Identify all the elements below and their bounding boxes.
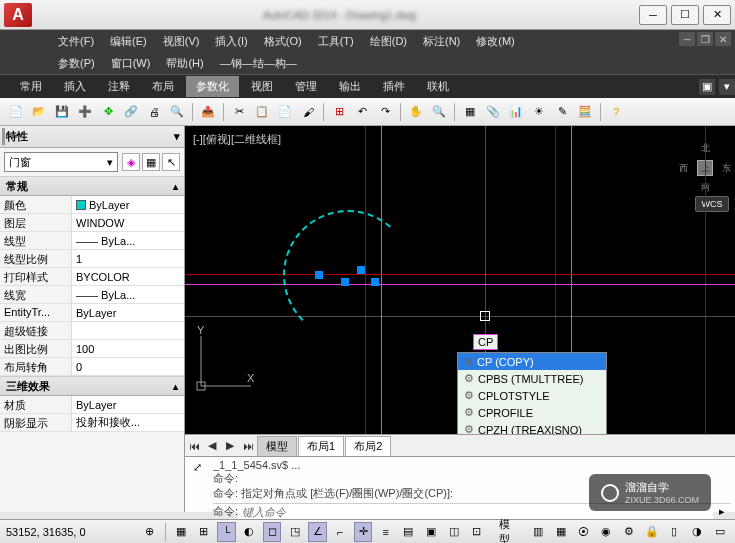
category-general[interactable]: 常规▴ (0, 176, 184, 196)
pan-icon[interactable]: ✋ (406, 102, 426, 122)
autocomplete-item[interactable]: ⚙CPZH (TREAXISNO) (458, 421, 606, 434)
3dosnap-icon[interactable]: ◳ (285, 522, 304, 542)
menu-format[interactable]: 格式(O) (256, 34, 310, 49)
menu-view[interactable]: 视图(V) (155, 34, 208, 49)
isolate-icon[interactable]: ◑ (688, 522, 707, 542)
tab-layout1[interactable]: 布局1 (298, 436, 344, 456)
close-button[interactable]: ✕ (703, 5, 731, 25)
paste-icon[interactable]: 📄 (275, 102, 295, 122)
model-button[interactable]: 模型 (494, 522, 524, 542)
polar-icon[interactable]: ◐ (240, 522, 259, 542)
tab-last-icon[interactable]: ⏭ (239, 437, 257, 455)
publish-icon[interactable]: 📤 (198, 102, 218, 122)
menu-dimension[interactable]: 标注(N) (415, 34, 468, 49)
status-coords[interactable]: 53152, 31635, 0 (6, 526, 136, 538)
autocomplete-item[interactable]: ⊕CP (COPY) (458, 353, 606, 370)
clean-screen-icon[interactable]: ▭ (710, 522, 729, 542)
ortho-icon[interactable]: └ (217, 522, 236, 542)
calc-icon[interactable]: 🧮 (575, 102, 595, 122)
object-type-dropdown[interactable]: 门窗▾ (4, 152, 118, 172)
menu-edit[interactable]: 编辑(E) (102, 34, 155, 49)
cut-icon[interactable]: ✂ (229, 102, 249, 122)
plus-icon[interactable]: ➕ (75, 102, 95, 122)
property-row[interactable]: 线型—— ByLa... (0, 232, 184, 250)
drawing-canvas[interactable]: [-][俯视][二维线框] 北 南 东 西 上 WCS (185, 126, 735, 434)
minimize-button[interactable]: ─ (639, 5, 667, 25)
menu-insert[interactable]: 插入(I) (207, 34, 255, 49)
property-row[interactable]: 图层WINDOW (0, 214, 184, 232)
tab-layout[interactable]: 布局 (142, 76, 184, 97)
property-row[interactable]: 线型比例1 (0, 250, 184, 268)
tab-home[interactable]: 常用 (10, 76, 52, 97)
property-row[interactable]: 颜色ByLayer (0, 196, 184, 214)
tab-view[interactable]: 视图 (241, 76, 283, 97)
ribbon-dropdown[interactable]: ▾ (719, 79, 735, 95)
tab-plugins[interactable]: 插件 (373, 76, 415, 97)
property-row[interactable]: 材质ByLayer (0, 396, 184, 414)
props-icon[interactable]: 📊 (506, 102, 526, 122)
tab-online[interactable]: 联机 (417, 76, 459, 97)
save-icon[interactable]: 💾 (52, 102, 72, 122)
lwt-icon[interactable]: ≡ (376, 522, 395, 542)
menu-tools[interactable]: 工具(T) (310, 34, 362, 49)
property-row[interactable]: 线宽—— ByLa... (0, 286, 184, 304)
menu-modify[interactable]: 修改(M) (468, 34, 523, 49)
markup-icon[interactable]: ✎ (552, 102, 572, 122)
palette-close-icon[interactable]: ▾ (174, 130, 180, 143)
tab-model[interactable]: 模型 (257, 436, 297, 456)
menu-window[interactable]: 窗口(W) (103, 56, 159, 71)
quick-view-dwgs-icon[interactable]: ▦ (551, 522, 570, 542)
quick-select-icon[interactable]: ◈ (122, 153, 140, 171)
snap-icon[interactable]: ▦ (172, 522, 191, 542)
maximize-button[interactable]: ☐ (671, 5, 699, 25)
mdi-minimize[interactable]: ─ (679, 32, 695, 46)
help-icon[interactable]: ? (606, 102, 626, 122)
sc-icon[interactable]: ◫ (445, 522, 464, 542)
pickadd-icon[interactable]: ↖ (162, 153, 180, 171)
link-icon[interactable]: 🔗 (121, 102, 141, 122)
zoom-icon[interactable]: 🔍 (429, 102, 449, 122)
osnap-icon[interactable]: ◻ (263, 522, 282, 542)
xref-icon[interactable]: 📎 (483, 102, 503, 122)
tab-layout2[interactable]: 布局2 (345, 436, 391, 456)
autocomplete-item[interactable]: ⚙CPROFILE (458, 404, 606, 421)
menu-help[interactable]: 帮助(H) (158, 56, 211, 71)
lock-icon[interactable]: 🔒 (642, 522, 661, 542)
hw-accel-icon[interactable]: ▯ (665, 522, 684, 542)
grid-icon[interactable]: ⊞ (195, 522, 214, 542)
sheet-icon[interactable]: ☀ (529, 102, 549, 122)
tab-prev-icon[interactable]: ◀ (203, 437, 221, 455)
mdi-close[interactable]: ✕ (715, 32, 731, 46)
tab-output[interactable]: 输出 (329, 76, 371, 97)
am-icon[interactable]: ⊡ (467, 522, 486, 542)
tpy-icon[interactable]: ▤ (399, 522, 418, 542)
layers-icon[interactable]: ▦ (460, 102, 480, 122)
dynamic-input[interactable]: CP (473, 334, 498, 350)
preview-icon[interactable]: 🔍 (167, 102, 187, 122)
workspace-icon[interactable]: ⚙ (619, 522, 638, 542)
wcs-badge[interactable]: WCS (695, 196, 729, 212)
otrack-icon[interactable]: ∠ (308, 522, 327, 542)
tab-first-icon[interactable]: ⏮ (185, 437, 203, 455)
property-row[interactable]: 出图比例100 (0, 340, 184, 358)
tab-next-icon[interactable]: ▶ (221, 437, 239, 455)
ribbon-expand[interactable]: ▣ (699, 79, 715, 95)
menu-steel[interactable]: —钢—结—构— (212, 56, 305, 71)
dyn-icon[interactable]: ✛ (354, 522, 373, 542)
tab-manage[interactable]: 管理 (285, 76, 327, 97)
property-row[interactable]: 阴影显示投射和接收... (0, 414, 184, 432)
tab-insert[interactable]: 插入 (54, 76, 96, 97)
qp-icon[interactable]: ▣ (422, 522, 441, 542)
select-objects-icon[interactable]: ▦ (142, 153, 160, 171)
property-row[interactable]: 打印样式BYCOLOR (0, 268, 184, 286)
tab-annotate[interactable]: 注释 (98, 76, 140, 97)
category-3d[interactable]: 三维效果▴ (0, 376, 184, 396)
viewport-label[interactable]: [-][俯视][二维线框] (193, 132, 281, 147)
infer-constraints-icon[interactable]: ⊕ (140, 522, 159, 542)
property-row[interactable]: 布局转角0 (0, 358, 184, 376)
move-icon[interactable]: ✥ (98, 102, 118, 122)
block-icon[interactable]: ⊞ (329, 102, 349, 122)
menu-draw[interactable]: 绘图(D) (362, 34, 415, 49)
autocomplete-item[interactable]: ⚙CPBS (TMULTTREE) (458, 370, 606, 387)
command-menu-icon[interactable]: ▸ (713, 505, 731, 518)
